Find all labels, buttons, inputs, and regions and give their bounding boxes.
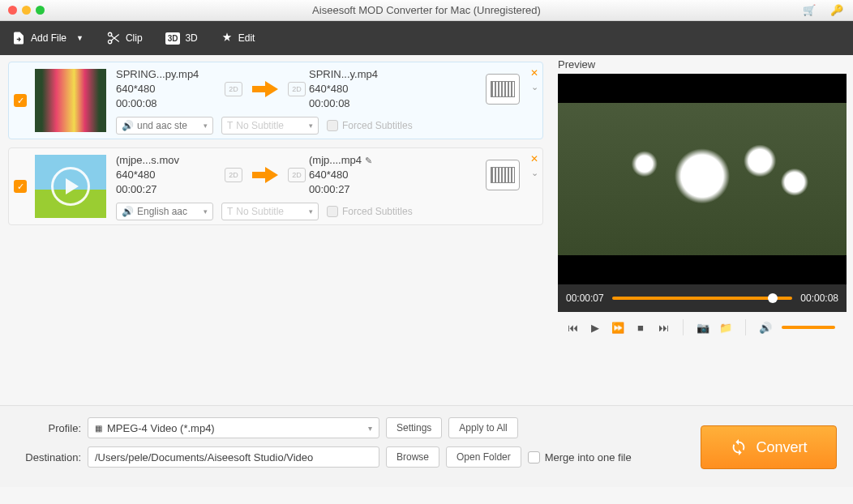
cart-icon[interactable]: 🛒: [803, 4, 816, 16]
file-item[interactable]: ✓ (mjpe...s.mov 640*480 00:00:27 2D 2D (…: [8, 147, 543, 225]
expand-item-button[interactable]: ⌄: [531, 82, 538, 92]
format-icon[interactable]: [486, 74, 520, 105]
total-time: 00:00:08: [800, 293, 838, 304]
subtitle-select[interactable]: T No Subtitle▾: [221, 203, 319, 220]
expand-item-button[interactable]: ⌄: [531, 168, 538, 178]
forced-subtitles-checkbox[interactable]: Forced Subtitles: [327, 120, 413, 131]
clip-button[interactable]: Clip: [106, 31, 143, 45]
open-snapshot-folder-button[interactable]: 📁: [719, 321, 732, 334]
remove-item-button[interactable]: ✕: [530, 67, 538, 79]
open-folder-button[interactable]: Open Folder: [446, 446, 521, 468]
seek-slider[interactable]: [612, 297, 793, 300]
3d-button[interactable]: 3D 3D: [165, 32, 198, 45]
preview-label: Preview: [558, 58, 847, 70]
profile-format-icon: ▦: [95, 424, 102, 433]
settings-button[interactable]: Settings: [386, 417, 442, 438]
audio-track-select[interactable]: 🔊 English aac▾: [116, 203, 213, 220]
thumbnail[interactable]: [35, 155, 106, 218]
edit-button[interactable]: Edit: [221, 32, 255, 45]
apply-to-all-button[interactable]: Apply to All: [448, 417, 517, 438]
snapshot-button[interactable]: 📷: [697, 321, 709, 334]
volume-icon[interactable]: 🔊: [759, 321, 772, 334]
bottom-bar: Profile: ▦ MPEG-4 Video (*.mp4) ▾ Settin…: [0, 405, 853, 487]
timeline: 00:00:07 00:00:08: [558, 284, 847, 312]
key-icon[interactable]: 🔑: [830, 4, 843, 16]
dest-info: (mjp....mp4✎ 640*480 00:00:27: [309, 153, 414, 198]
prev-button[interactable]: ⏮: [566, 321, 579, 334]
arrow-icon: [251, 164, 280, 186]
dest-2d-badge: 2D: [288, 82, 306, 96]
play-overlay-icon: [51, 167, 90, 206]
item-checkbox[interactable]: ✓: [14, 180, 27, 193]
volume-slider[interactable]: [782, 326, 835, 329]
convert-button[interactable]: Convert: [701, 425, 837, 469]
play-button[interactable]: ▶: [589, 321, 602, 334]
profile-label: Profile:: [11, 422, 81, 434]
profile-select[interactable]: ▦ MPEG-4 Video (*.mp4) ▾: [88, 417, 379, 438]
fast-forward-button[interactable]: ⏩: [611, 321, 624, 334]
remove-item-button[interactable]: ✕: [530, 153, 538, 164]
item-checkbox[interactable]: ✓: [14, 94, 27, 107]
thumbnail[interactable]: [35, 69, 106, 132]
dest-info: SPRIN...y.mp4 640*480 00:00:08: [309, 67, 414, 112]
forced-subtitles-checkbox[interactable]: Forced Subtitles: [327, 206, 413, 217]
rename-icon[interactable]: ✎: [365, 156, 372, 165]
toolbar: Add File ▼ Clip 3D 3D Edit: [0, 21, 853, 55]
source-2d-badge: 2D: [225, 82, 242, 96]
destination-field[interactable]: /Users/pele/Documents/Aiseesoft Studio/V…: [88, 446, 379, 468]
destination-label: Destination:: [11, 451, 81, 463]
browse-button[interactable]: Browse: [386, 446, 439, 468]
preview-video[interactable]: [558, 74, 847, 284]
subtitle-select[interactable]: T No Subtitle▾: [221, 117, 319, 135]
current-time: 00:00:07: [566, 293, 604, 304]
window-title: Aiseesoft MOD Converter for Mac (Unregis…: [0, 4, 853, 16]
stop-button[interactable]: ■: [634, 321, 647, 334]
source-info: (mjpe...s.mov 640*480 00:00:27: [116, 153, 221, 198]
arrow-icon: [251, 78, 280, 100]
titlebar: Aiseesoft MOD Converter for Mac (Unregis…: [0, 0, 853, 21]
source-info: SPRING...py.mp4 640*480 00:00:08: [116, 67, 221, 112]
add-file-button[interactable]: Add File ▼: [11, 31, 84, 45]
add-file-dropdown[interactable]: ▼: [76, 34, 84, 42]
dest-2d-badge: 2D: [288, 168, 306, 182]
audio-track-select[interactable]: 🔊 und aac ste▾: [116, 117, 213, 135]
merge-checkbox[interactable]: Merge into one file: [528, 451, 632, 463]
next-button[interactable]: ⏭: [657, 321, 670, 334]
file-item[interactable]: ✓ SPRING...py.mp4 640*480 00:00:08 2D 2D…: [8, 62, 543, 139]
file-list: ✓ SPRING...py.mp4 640*480 00:00:08 2D 2D…: [0, 55, 551, 405]
source-2d-badge: 2D: [225, 168, 242, 182]
format-icon[interactable]: [486, 160, 520, 190]
